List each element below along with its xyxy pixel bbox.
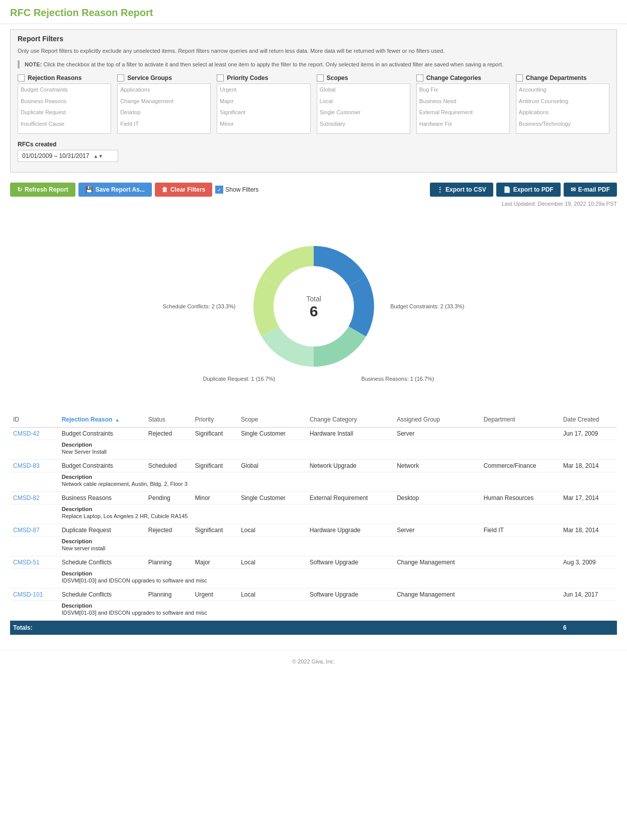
desc-label: Description — [62, 506, 93, 512]
export-csv-button[interactable]: ⋮ Export to CSV — [430, 183, 493, 197]
cell-priority: Significant — [192, 428, 238, 440]
cell-date-created: Mar 18, 2014 — [560, 460, 617, 472]
list-item[interactable]: Urgent — [217, 84, 310, 96]
date-range-input[interactable]: 01/01/2009 – 10/31/2017 ▲▼ — [18, 150, 118, 162]
cell-assigned-group: Network — [394, 460, 481, 472]
save-icon: 💾 — [85, 186, 93, 193]
list-item[interactable]: Business Need — [417, 96, 509, 107]
list-item[interactable]: Help Desk — [118, 130, 210, 134]
filter-col-rejection-reasons: Rejection Reasons Budget Constraints Bus… — [18, 74, 111, 134]
desc-label: Description — [62, 474, 93, 480]
cell-priority: Minor — [192, 492, 238, 505]
email-pdf-label: E-mail PDF — [578, 186, 610, 193]
list-item[interactable]: Insufficient Cause — [18, 118, 111, 130]
list-item[interactable]: Business/Technology — [516, 118, 609, 130]
list-item[interactable]: Applications — [118, 84, 210, 96]
cell-priority: Significant — [192, 460, 238, 472]
date-stepper-icon[interactable]: ▲▼ — [93, 153, 103, 159]
cell-date-created: Jun 17, 2009 — [560, 428, 617, 440]
cell-assigned-group: Change Management — [394, 556, 481, 569]
clear-filters-button[interactable]: 🗑 Clear Filters — [155, 183, 212, 197]
list-item[interactable]: Desktop — [118, 107, 210, 118]
cell-change-category: Network Upgrade — [307, 460, 394, 472]
list-item[interactable]: Duplicate Request — [18, 107, 111, 118]
list-item[interactable]: Field IT — [118, 118, 210, 130]
col-header-rejection-reason[interactable]: Rejection Reason ▲ — [59, 412, 145, 428]
col-header-status: Status — [145, 412, 192, 428]
email-icon: ✉ — [571, 186, 576, 193]
save-report-button[interactable]: 💾 Save Report As... — [78, 183, 152, 197]
id-link[interactable]: CMSD-101 — [13, 591, 43, 598]
list-item[interactable]: Minor — [217, 118, 310, 130]
list-item[interactable]: Business Reasons — [18, 96, 111, 107]
description-row: Description New Server Install — [10, 440, 617, 460]
list-item[interactable]: Antitrust Counseling — [516, 96, 609, 107]
description-row: Description IDSVM[01-03] and IDSCON upgr… — [10, 569, 617, 589]
service-groups-checkbox[interactable] — [117, 74, 124, 81]
list-item[interactable]: Major — [217, 96, 310, 107]
list-item[interactable]: Subsidiary — [317, 118, 410, 130]
filter-col-service-groups: Service Groups Applications Change Manag… — [117, 74, 211, 134]
export-csv-label: Export to CSV — [445, 186, 486, 193]
cell-status: Rejected — [145, 524, 192, 537]
change-categories-checkbox[interactable] — [416, 74, 423, 81]
note-bold: NOTE: — [25, 61, 42, 67]
list-item[interactable]: External Requirement — [417, 107, 509, 118]
email-pdf-button[interactable]: ✉ E-mail PDF — [564, 183, 617, 197]
id-link[interactable]: CMSD-42 — [13, 430, 40, 437]
change-categories-list[interactable]: Bug Fix Business Need External Requireme… — [416, 83, 510, 134]
id-link[interactable]: CMSD-83 — [13, 462, 40, 469]
list-item[interactable]: Commerce/Finance — [516, 130, 609, 134]
list-item[interactable]: Change Management — [118, 96, 210, 107]
rejection-reasons-list[interactable]: Budget Constraints Business Reasons Dupl… — [18, 83, 111, 134]
scopes-checkbox[interactable] — [317, 74, 324, 81]
list-item[interactable]: Wide Geographical — [317, 130, 410, 134]
clear-icon: 🗑 — [162, 186, 168, 193]
cell-assigned-group: Server — [394, 428, 481, 440]
export-pdf-button[interactable]: 📄 Export to PDF — [496, 183, 561, 197]
list-item[interactable]: Hardware Install — [417, 130, 509, 134]
data-table-section: ID Rejection Reason ▲ Status Priority Sc… — [10, 412, 617, 635]
col-header-change-category: Change Category — [307, 412, 394, 428]
desc-text: Network cable replacement, Austin, Bldg.… — [62, 481, 188, 487]
desc-text: New server install — [62, 545, 106, 551]
list-item[interactable]: Bug Fix — [417, 84, 509, 96]
rejection-reasons-checkbox[interactable] — [18, 74, 25, 81]
list-item[interactable]: Global — [317, 84, 410, 96]
cell-scope: Single Customer — [238, 428, 306, 440]
desc-text: New Server Install — [62, 449, 107, 455]
totals-value: 6 — [560, 621, 617, 635]
svg-text:6: 6 — [309, 303, 318, 319]
id-link[interactable]: CMSD-51 — [13, 559, 40, 566]
note-text: Click the checkbox at the top of a filte… — [43, 61, 503, 67]
cell-status: Scheduled — [145, 460, 192, 472]
id-link[interactable]: CMSD-87 — [13, 527, 40, 534]
table-row: CMSD-87 Duplicate Request Rejected Signi… — [10, 524, 617, 537]
list-item[interactable]: Budget Constraints — [18, 84, 111, 96]
refresh-report-button[interactable]: ↻ Refresh Report — [10, 183, 75, 197]
id-link[interactable]: CMSD-82 — [13, 494, 40, 501]
list-item[interactable]: Applications — [516, 107, 609, 118]
priority-codes-list[interactable]: Urgent Major Significant Minor — [217, 83, 310, 134]
show-filters-button[interactable]: ✓ Show Filters — [215, 186, 258, 194]
change-departments-list[interactable]: Accounting Antitrust Counseling Applicat… — [516, 83, 609, 134]
description-cell: Description Replace Laptop, Los Angeles … — [59, 505, 617, 524]
show-filters-label: Show Filters — [225, 186, 258, 193]
report-filters-title: Report Filters — [18, 35, 609, 43]
description-cell: Description IDSVM[01-03] and IDSCON upgr… — [59, 569, 617, 589]
priority-codes-checkbox[interactable] — [217, 74, 224, 81]
list-item[interactable]: Single Customer — [317, 107, 410, 118]
svg-text:Total: Total — [306, 295, 321, 303]
change-departments-checkbox[interactable] — [516, 74, 523, 81]
cell-date-created: Aug 3, 2009 — [560, 556, 617, 569]
priority-codes-label: Priority Codes — [227, 74, 268, 81]
page-title: RFC Rejection Reason Report — [10, 7, 617, 19]
list-item[interactable]: Accounting — [516, 84, 609, 96]
scopes-list[interactable]: Global Local Single Customer Subsidiary … — [317, 83, 410, 134]
list-item[interactable]: Schedule Conflicts — [18, 130, 111, 134]
list-item[interactable]: Hardware Fix — [417, 118, 509, 130]
list-item[interactable]: Local — [317, 96, 410, 107]
chart-label-budget: Budget Constraints: 2 (33.3%) — [390, 303, 464, 309]
service-groups-list[interactable]: Applications Change Management Desktop F… — [117, 83, 211, 134]
list-item[interactable]: Significant — [217, 107, 310, 118]
